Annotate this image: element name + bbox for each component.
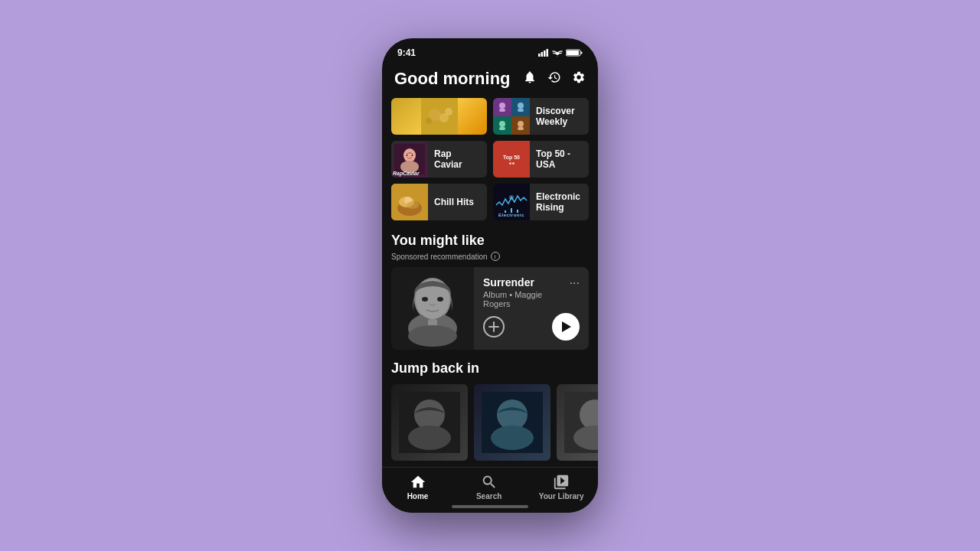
svg-point-11	[426, 118, 432, 124]
rec-header: Surrender Album • Maggie Rogers ···	[483, 276, 580, 308]
album-details: Surrender Album • Maggie Rogers	[483, 276, 570, 308]
svg-rect-13	[499, 109, 505, 112]
svg-point-23	[407, 155, 408, 156]
playlist-item-top50[interactable]: Top 50 Top 50 - USA	[493, 141, 589, 178]
home-icon	[410, 474, 426, 491]
phone-frame: 9:41	[382, 38, 598, 513]
svg-point-42	[408, 325, 457, 347]
jump-item-2[interactable]	[474, 384, 550, 461]
sponsored-label: Sponsored recommendation i	[382, 252, 598, 267]
jump-item-1[interactable]	[391, 384, 468, 461]
add-to-library-button[interactable]	[483, 316, 505, 337]
playlist-thumb-happy-beats	[391, 98, 487, 135]
svg-point-48	[491, 425, 534, 450]
play-button[interactable]	[552, 313, 580, 341]
signal-icon	[538, 49, 549, 57]
album-title: Surrender	[483, 276, 570, 289]
notification-button[interactable]	[523, 70, 537, 88]
playlist-item-rap-caviar[interactable]: RapCaviar Rap Caviar	[391, 141, 487, 178]
jump-back-in-grid	[382, 384, 598, 461]
search-icon	[481, 474, 498, 491]
svg-rect-3	[547, 49, 549, 57]
playlist-item-happy-beats[interactable]: Happy Beats	[391, 98, 487, 135]
jump-back-in-title: Jump back in	[382, 350, 598, 384]
playlist-item-electronic-rising[interactable]: Electronic Electronic Rising	[493, 184, 589, 220]
jump-thumb-3	[557, 384, 598, 461]
recommendation-info: Surrender Album • Maggie Rogers ···	[474, 267, 589, 350]
rec-actions	[483, 313, 580, 341]
svg-point-12	[499, 103, 505, 109]
playlist-thumb-electronic-rising: Electronic	[493, 184, 530, 220]
svg-point-10	[445, 108, 452, 116]
greeting-text: Good morning	[394, 69, 511, 89]
svg-rect-6	[581, 52, 583, 54]
battery-icon	[566, 49, 583, 57]
svg-rect-2	[544, 51, 546, 57]
svg-point-24	[412, 155, 413, 156]
jump-thumb-1	[391, 384, 468, 461]
header-actions	[523, 70, 586, 88]
jump-item-3[interactable]	[557, 384, 598, 461]
you-might-like-title: You might like	[382, 220, 598, 252]
playlist-name-chill-hits: Chill Hits	[428, 197, 487, 207]
history-button[interactable]	[547, 70, 561, 88]
nav-library[interactable]: Your Library	[539, 474, 584, 500]
svg-rect-1	[541, 52, 544, 57]
svg-point-14	[518, 103, 524, 109]
info-icon: i	[491, 252, 500, 261]
more-options-button[interactable]: ···	[570, 276, 580, 290]
playlist-thumb-rap-caviar: RapCaviar	[391, 141, 428, 178]
home-indicator	[452, 505, 528, 508]
playlist-item-discover-weekly[interactable]: Discover Weekly	[493, 98, 589, 135]
recommendation-card: Surrender Album • Maggie Rogers ···	[391, 267, 589, 350]
svg-rect-0	[538, 54, 541, 57]
svg-point-16	[499, 121, 505, 127]
album-subtitle: Album • Maggie Rogers	[483, 290, 570, 308]
svg-rect-17	[499, 127, 505, 130]
playlist-name-discover-weekly: Discover Weekly	[530, 106, 589, 128]
playlist-name-rap-caviar: Rap Caviar	[428, 148, 487, 171]
app-header: Good morning	[382, 63, 598, 98]
svg-point-45	[408, 425, 451, 450]
svg-rect-19	[518, 127, 524, 130]
jump-thumb-2	[474, 384, 550, 461]
content-area: Good morning	[382, 63, 598, 462]
svg-rect-5	[567, 51, 579, 55]
play-icon	[562, 321, 571, 332]
svg-point-39	[422, 297, 428, 302]
time-display: 9:41	[397, 47, 416, 58]
svg-point-40	[437, 297, 443, 302]
svg-point-29	[407, 201, 419, 209]
playlist-grid: Happy Beats	[382, 98, 598, 220]
svg-point-31	[509, 195, 514, 200]
nav-home[interactable]: Home	[397, 474, 439, 500]
search-label: Search	[476, 492, 501, 500]
library-label: Your Library	[539, 492, 584, 500]
playlist-name-electronic-rising: Electronic Rising	[530, 191, 589, 214]
album-art-image	[391, 267, 474, 350]
svg-point-18	[518, 121, 524, 127]
wifi-icon	[552, 49, 563, 57]
nav-search[interactable]: Search	[468, 474, 511, 500]
svg-point-21	[403, 148, 416, 162]
playlist-thumb-discover-weekly	[493, 98, 530, 135]
status-bar: 9:41	[382, 38, 598, 63]
playlist-thumb-top50: Top 50	[493, 141, 530, 178]
album-art	[391, 267, 474, 350]
playlist-name-top50: Top 50 - USA	[530, 148, 589, 171]
library-icon	[553, 474, 570, 491]
status-icons	[538, 49, 583, 57]
svg-rect-15	[518, 109, 524, 112]
settings-button[interactable]	[572, 70, 586, 88]
playlist-item-chill-hits[interactable]: Chill Hits	[391, 184, 487, 220]
playlist-thumb-chill-hits	[391, 184, 428, 220]
home-label: Home	[407, 492, 429, 500]
